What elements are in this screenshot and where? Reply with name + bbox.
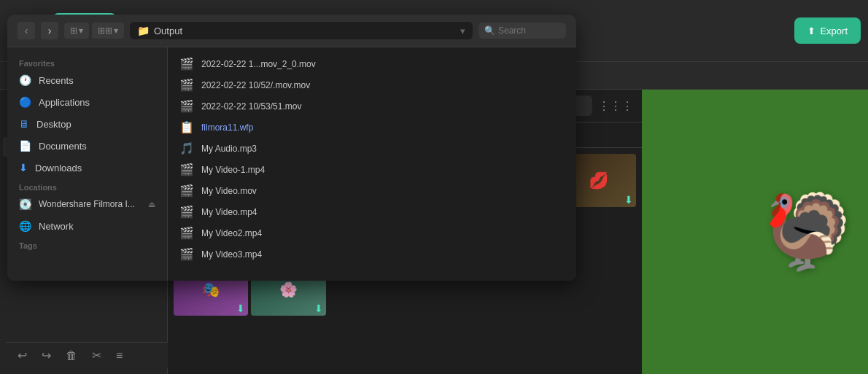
wfp-file-icon: 📋 xyxy=(179,120,194,134)
file-name: My Video.mp4 xyxy=(201,207,257,217)
file-item[interactable]: 🎵 My Audio.mp3 xyxy=(174,138,570,159)
file-name: My Video3.mp4 xyxy=(201,249,262,260)
file-item[interactable]: 🎬 My Video-1.mp4 xyxy=(174,159,570,180)
folder-icon: 📁 xyxy=(137,25,150,36)
picker-search-box[interactable]: 🔍 xyxy=(478,23,566,39)
list-view-chevron: ▾ xyxy=(79,26,83,36)
export-label: Export xyxy=(820,26,848,36)
preview-background: 🦃 xyxy=(642,90,868,374)
preview-character: 🦃 xyxy=(762,189,853,275)
wondershare-label: Wondershare Filmora I... xyxy=(39,199,135,209)
file-name: My Audio.mp3 xyxy=(201,144,257,154)
applications-label: Applications xyxy=(39,97,90,108)
video-file-icon: 🎬 xyxy=(179,78,194,92)
list-view-icon: ⊞ xyxy=(70,26,77,36)
network-icon: 🌐 xyxy=(19,220,31,232)
file-name: 2022-02-22 1...mov_2_0.mov xyxy=(201,59,316,69)
cut-button[interactable]: ✂ xyxy=(89,347,104,364)
video-file-icon: 🎬 xyxy=(179,57,194,71)
favorites-section-label: Favorites xyxy=(7,55,167,69)
eject-icon: ⏏ xyxy=(148,200,155,209)
preview-panel: 🦃 xyxy=(642,90,868,374)
export-icon: ⬆ xyxy=(807,26,815,36)
video-file-icon: 🎬 xyxy=(179,163,194,176)
location-dropdown-icon: ▾ xyxy=(460,26,465,36)
picker-grid-view-button[interactable]: ⊞⊞ ▾ xyxy=(92,23,124,39)
picker-sidebar-applications[interactable]: 🔵 Applications xyxy=(7,91,167,113)
picker-body: Favorites 🕐 Recents 🔵 Applications 🖥 Des… xyxy=(7,47,576,281)
download-icon: ⬇ xyxy=(236,303,245,314)
tags-section-label: Tags xyxy=(7,237,167,252)
applications-icon: 🔵 xyxy=(19,96,31,108)
desktop-icon: 🖥 xyxy=(19,118,29,130)
picker-view-buttons: ⊞ ▾ ⊞⊞ ▾ xyxy=(64,23,124,39)
file-item[interactable]: 🎬 2022-02-22 10/52/.mov.mov xyxy=(174,74,570,96)
downloads-icon: ⬇ xyxy=(19,162,28,174)
file-name: 2022-02-22 10/52/.mov.mov xyxy=(201,80,310,90)
grid-view-icon: ⊞⊞ xyxy=(98,26,112,36)
file-item[interactable]: 🎬 2022-02-22 10/53/51.mov xyxy=(174,96,570,117)
wondershare-icon: 💽 xyxy=(19,198,31,210)
downloads-label: Downloads xyxy=(35,163,82,174)
file-item[interactable]: 🎬 My Video.mp4 xyxy=(174,201,570,222)
picker-sidebar-recents[interactable]: 🕐 Recents xyxy=(7,69,167,91)
video-file-icon: 🎬 xyxy=(179,205,194,219)
picker-search-input[interactable] xyxy=(498,26,557,36)
file-item[interactable]: 🎬 2022-02-22 1...mov_2_0.mov xyxy=(174,53,570,74)
recents-icon: 🕐 xyxy=(19,74,31,86)
picker-sidebar-network[interactable]: 🌐 Network xyxy=(7,215,167,237)
picker-location-label: Output xyxy=(154,26,182,36)
download-icon: ⬇ xyxy=(624,194,633,206)
video-file-icon: 🎬 xyxy=(179,247,194,261)
picker-sidebar-wondershare[interactable]: 💽 Wondershare Filmora I... ⏏ xyxy=(7,193,167,215)
file-name: My Video.mov xyxy=(201,186,257,196)
video-file-icon: 🎬 xyxy=(179,226,194,240)
undo-button[interactable]: ↩ xyxy=(15,347,30,364)
grid-toggle-icon[interactable]: ⋮⋮⋮ xyxy=(598,99,633,113)
file-item[interactable]: 📋 filmora11.wfp xyxy=(174,117,570,138)
grid-view-chevron: ▾ xyxy=(114,26,118,36)
export-button[interactable]: ⬆ Export xyxy=(794,17,861,44)
desktop-label: Desktop xyxy=(36,119,71,130)
recents-label: Recents xyxy=(39,75,74,86)
picker-location-bar[interactable]: 📁 Output ▾ xyxy=(130,22,473,39)
picker-back-button[interactable]: ‹ xyxy=(18,22,35,39)
file-name: filmora11.wfp xyxy=(201,122,253,133)
delete-button[interactable]: 🗑 xyxy=(63,348,80,364)
picker-list-view-button[interactable]: ⊞ ▾ xyxy=(64,23,89,39)
file-item[interactable]: 🎬 My Video.mov xyxy=(174,180,570,201)
locations-section-label: Locations xyxy=(7,179,167,193)
file-picker-dialog: ‹ › ⊞ ▾ ⊞⊞ ▾ 📁 Output ▾ 🔍 xyxy=(7,15,576,281)
file-name: 2022-02-22 10/53/51.mov xyxy=(201,101,301,112)
picker-sidebar-desktop[interactable]: 🖥 Desktop xyxy=(7,113,167,135)
picker-sidebar-downloads[interactable]: ⬇ Downloads xyxy=(7,157,167,179)
audio-file-icon: 🎵 xyxy=(179,141,194,155)
menu-button[interactable]: ≡ xyxy=(113,348,125,364)
redo-button[interactable]: ↪ xyxy=(39,347,54,364)
network-label: Network xyxy=(39,221,74,232)
video-file-icon: 🎬 xyxy=(179,184,194,198)
picker-files-panel: 🎬 2022-02-22 1...mov_2_0.mov 🎬 2022-02-2… xyxy=(168,47,576,281)
file-name: My Video2.mp4 xyxy=(201,228,262,238)
picker-forward-button[interactable]: › xyxy=(41,22,58,39)
documents-icon: 📄 xyxy=(19,140,31,152)
file-item[interactable]: 🎬 My Video2.mp4 xyxy=(174,222,570,244)
picker-sidebar: Favorites 🕐 Recents 🔵 Applications 🖥 Des… xyxy=(7,47,168,281)
picker-sidebar-documents[interactable]: 📄 Documents xyxy=(7,135,167,157)
file-name: My Video-1.mp4 xyxy=(201,165,265,175)
picker-search-icon: 🔍 xyxy=(484,26,495,36)
download-icon: ⬇ xyxy=(314,303,323,314)
documents-label: Documents xyxy=(39,141,87,152)
video-file-icon: 🎬 xyxy=(179,99,194,113)
file-item[interactable]: 🎬 My Video3.mp4 xyxy=(174,244,570,265)
picker-toolbar: ‹ › ⊞ ▾ ⊞⊞ ▾ 📁 Output ▾ 🔍 xyxy=(7,15,576,47)
